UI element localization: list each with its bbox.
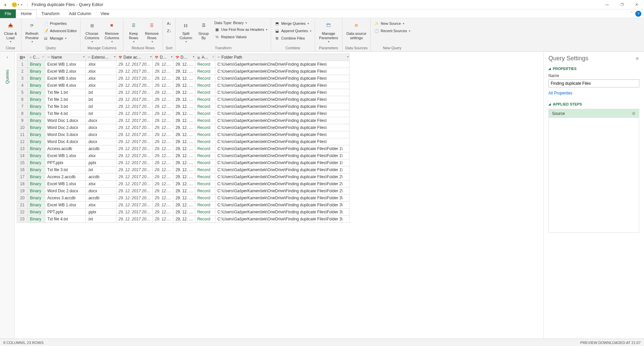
cell-extension[interactable]: .xlsx [86,181,116,188]
cell-date-created[interactable]: 29. 12. … [173,202,195,209]
cell-attributes[interactable]: Record [195,75,215,82]
cell-content[interactable]: Binary [28,131,45,138]
cell-folder-path[interactable]: C:\Users\GašperKamenšek\OneDrive\Finding… [215,216,350,223]
cell-folder-path[interactable]: C:\Users\GašperKamenšek\OneDrive\Finding… [215,152,350,159]
sort-asc-button[interactable]: A↓ [165,20,173,27]
cell-name[interactable]: Word Doc 2.docx [45,124,86,131]
cell-date-modified[interactable]: 29. 12.… [153,145,173,152]
cell-attributes[interactable]: Record [195,166,215,174]
queries-pane-collapsed[interactable]: › Queries [0,52,15,339]
help-icon[interactable]: ? [635,11,641,17]
filter-icon[interactable]: ▾ [193,55,194,58]
cell-folder-path[interactable]: C:\Users\GašperKamenšek\OneDrive\Finding… [215,209,350,216]
table-row[interactable]: 11BinaryWord Doc 3.docx.docx29. 12. 2017… [17,131,350,138]
cell-content[interactable]: Binary [28,68,45,75]
manage-parameters-button[interactable]: 🗔 Manage Parameters ▾ [317,19,340,44]
cell-attributes[interactable]: Record [195,195,215,202]
cell-name[interactable]: Excel WB 2.xlsx [45,68,86,75]
cell-name[interactable]: Excel WB 3.xlsx [45,75,86,82]
cell-extension[interactable]: .docx [86,124,116,131]
col-extension[interactable]: ᴬᴮExtensi…▾ [86,54,116,61]
cell-content[interactable]: Binary [28,145,45,152]
cell-extension[interactable]: .txt [86,96,116,103]
cell-date-modified[interactable]: 29. 12.… [153,75,173,82]
combine-files-button[interactable]: ⧉Combine Files [273,35,313,42]
cell-folder-path[interactable]: C:\Users\GašperKamenšek\OneDrive\Finding… [215,131,350,138]
cell-extension[interactable]: .docx [86,117,116,124]
cell-date-accessed[interactable]: 29. 12. 2017 20… [116,202,153,209]
cell-date-modified[interactable]: 29. 12.… [153,159,173,166]
row-number[interactable]: 22 [17,209,28,216]
cell-date-created[interactable]: 29. 12. … [173,216,195,223]
cell-attributes[interactable]: Record [195,117,215,124]
cell-attributes[interactable]: Record [195,202,215,209]
cell-extension[interactable]: .xlsx [86,202,116,209]
table-row[interactable]: 15BinaryPPT.pptx.pptx29. 12. 2017 20…29.… [17,159,350,166]
row-number[interactable]: 10 [17,124,28,131]
col-date-accessed[interactable]: 📅Date ac…▾ [116,54,153,61]
remove-rows-button[interactable]: ☰ Remove Rows ▾ [143,19,161,44]
keep-rows-button[interactable]: ☰ Keep Rows ▾ [125,19,142,44]
cell-extension[interactable]: .xlsx [86,82,116,89]
cell-folder-path[interactable]: C:\Users\GašperKamenšek\OneDrive\Finding… [215,166,350,174]
minimize-button[interactable]: — [600,0,614,9]
cell-content[interactable]: Binary [28,124,45,131]
cell-attributes[interactable]: Record [195,110,215,117]
cell-attributes[interactable]: Record [195,159,215,166]
cell-extension[interactable]: .xlsx [86,68,116,75]
remove-columns-button[interactable]: ✖ Remove Columns ▾ [103,19,121,44]
cell-name[interactable]: Word Doc 4.docx [45,138,86,145]
col-attributes[interactable]: ▦A…⤢ [195,54,215,61]
cell-folder-path[interactable]: C:\Users\GašperKamenšek\OneDrive\Finding… [215,138,350,145]
table-row[interactable]: 10BinaryWord Doc 2.docx.docx29. 12. 2017… [17,124,350,131]
row-number[interactable]: 19 [17,188,28,195]
cell-date-created[interactable]: 29. 12. … [173,152,195,159]
cell-attributes[interactable]: Record [195,96,215,103]
filter-icon[interactable]: ▾ [150,55,152,58]
row-number[interactable]: 17 [17,174,28,181]
cell-extension[interactable]: .docx [86,188,116,195]
applied-steps-section[interactable]: ◢APPLIED STEPS [548,102,639,106]
data-grid[interactable]: ▦▾ ⎘C…⤢ ᴬᴮName▾ ᴬᴮExtensi…▾ 📅Date ac…▾ 📅… [15,52,543,339]
cell-date-accessed[interactable]: 29. 12. 2017 20… [116,131,153,138]
cell-date-modified[interactable]: 29. 12.… [153,195,173,202]
cell-extension[interactable]: .docx [86,138,116,145]
cell-name[interactable]: Txt file 4.txt [45,110,86,117]
cell-date-created[interactable]: 29. 12. … [173,82,195,89]
smiley-icon[interactable]: 🙂 [11,2,17,7]
cell-name[interactable]: Word Doc 2.docx [45,188,86,195]
cell-content[interactable]: Binary [28,152,45,159]
cell-folder-path[interactable]: C:\Users\GašperKamenšek\OneDrive\Finding… [215,82,350,89]
row-number[interactable]: 21 [17,202,28,209]
row-number[interactable]: 20 [17,195,28,202]
expand-icon[interactable]: ⤢ [42,55,44,58]
cell-date-accessed[interactable]: 29. 12. 2017 20… [116,96,153,103]
cell-content[interactable]: Binary [28,117,45,124]
cell-folder-path[interactable]: C:\Users\GašperKamenšek\OneDrive\Finding… [215,202,350,209]
advanced-editor-button[interactable]: 📝Advanced Editor [42,27,78,34]
cell-attributes[interactable]: Record [195,188,215,195]
cell-extension[interactable]: .xlsx [86,61,116,68]
table-row[interactable]: 2BinaryExcel WB 2.xlsx.xlsx29. 12. 2017 … [17,68,350,75]
cell-date-accessed[interactable]: 29. 12. 2017 20… [116,166,153,174]
row-number[interactable]: 9 [17,117,28,124]
cell-date-accessed[interactable]: 29. 12. 2017 20… [116,138,153,145]
table-row[interactable]: 16BinaryTxt file 3.txt.txt29. 12. 2017 2… [17,166,350,174]
cell-date-created[interactable]: 29. 12. … [173,145,195,152]
cell-name[interactable]: PPT.pptx [45,159,86,166]
chevron-right-icon[interactable]: › [7,55,8,60]
step-source[interactable]: Source ⚙ [549,109,639,118]
group-by-button[interactable]: ☰ Group By [196,19,212,41]
cell-date-modified[interactable]: 29. 12.… [153,96,173,103]
cell-name[interactable]: Access 2.accdb [45,174,86,181]
manage-button[interactable]: 🗂Manage▾ [42,35,78,42]
cell-date-created[interactable]: 29. 12. … [173,61,195,68]
cell-date-accessed[interactable]: 29. 12. 2017 20… [116,216,153,223]
data-source-settings-button[interactable]: ⚙ Data source settings [344,19,368,41]
cell-name[interactable]: Access.accdb [45,145,86,152]
close-and-load-button[interactable]: 📥 Close & Load ▾ [2,19,19,44]
cell-date-modified[interactable]: 29. 12.… [153,82,173,89]
table-row[interactable]: 22BinaryPPT.pptx.pptx29. 12. 2017 20…29.… [17,209,350,216]
cell-date-modified[interactable]: 29. 12.… [153,216,173,223]
cell-date-modified[interactable]: 29. 12.… [153,61,173,68]
